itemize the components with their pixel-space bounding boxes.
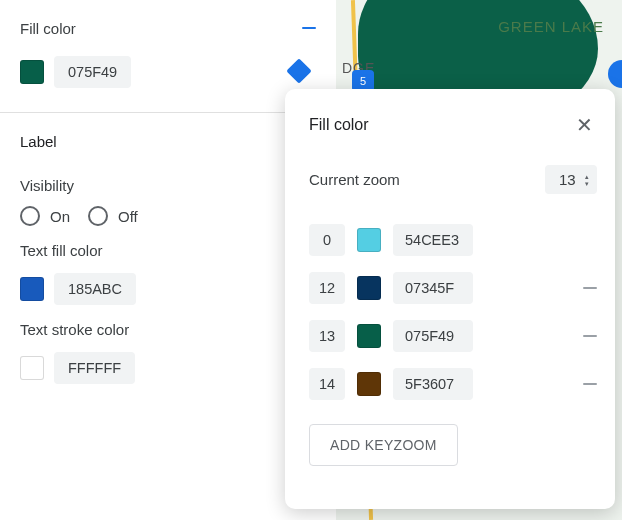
collapse-icon[interactable]	[302, 27, 316, 30]
keyzoom-zoom-input[interactable]: 13	[309, 320, 345, 352]
text-fill-swatch[interactable]	[20, 277, 44, 301]
keyzoom-hex-input[interactable]: 07345F	[393, 272, 473, 304]
keyzoom-hex-input[interactable]: 075F49	[393, 320, 473, 352]
popover-title: Fill color	[309, 116, 369, 134]
radio-label: Off	[118, 208, 138, 225]
keyzoom-swatch[interactable]	[357, 372, 381, 396]
remove-keyzoom-icon[interactable]	[583, 335, 597, 338]
keyzoom-swatch[interactable]	[357, 324, 381, 348]
radio-icon	[88, 206, 108, 226]
map-control-pill[interactable]	[608, 60, 622, 88]
keyzoom-stop-row: 145F3607	[309, 368, 597, 400]
keyzoom-swatch[interactable]	[357, 228, 381, 252]
fill-color-hex-input[interactable]: 075F49	[54, 56, 131, 88]
keyzoom-stop-row: 054CEE3	[309, 224, 597, 256]
fill-color-swatch[interactable]	[20, 60, 44, 84]
text-stroke-swatch[interactable]	[20, 356, 44, 380]
add-keyzoom-button[interactable]: ADD KEYZOOM	[309, 424, 458, 466]
keyzoom-zoom-input[interactable]: 0	[309, 224, 345, 256]
radio-icon	[20, 206, 40, 226]
current-zoom-stepper[interactable]: 13 ▴▾	[545, 165, 597, 194]
visibility-on-radio[interactable]: On	[20, 206, 70, 226]
remove-keyzoom-icon[interactable]	[583, 383, 597, 386]
radio-label: On	[50, 208, 70, 225]
keyzoom-hex-input[interactable]: 5F3607	[393, 368, 473, 400]
fill-color-title: Fill color	[20, 20, 76, 37]
keyzoom-zoom-input[interactable]: 14	[309, 368, 345, 400]
keyzoom-swatch[interactable]	[357, 276, 381, 300]
map-place-label: GREEN LAKE	[498, 18, 604, 35]
current-zoom-label: Current zoom	[309, 171, 400, 188]
keyzoom-stop-row: 1207345F	[309, 272, 597, 304]
text-fill-hex-input[interactable]: 185ABC	[54, 273, 136, 305]
text-stroke-hex-input[interactable]: FFFFFF	[54, 352, 135, 384]
visibility-off-radio[interactable]: Off	[88, 206, 138, 226]
fill-color-popover: Fill color ✕ Current zoom 13 ▴▾ 054CEE31…	[285, 89, 615, 509]
keyzoom-stop-row: 13075F49	[309, 320, 597, 352]
keyzoom-stops-list: 054CEE31207345F13075F49145F3607	[309, 224, 597, 400]
close-icon[interactable]: ✕	[572, 111, 597, 139]
stepper-arrows-icon[interactable]: ▴▾	[585, 173, 589, 187]
keyzoom-zoom-input[interactable]: 12	[309, 272, 345, 304]
current-zoom-value: 13	[559, 171, 579, 188]
remove-keyzoom-icon[interactable]	[583, 287, 597, 290]
keyzoom-hex-input[interactable]: 54CEE3	[393, 224, 473, 256]
label-section-title: Label	[20, 133, 57, 150]
